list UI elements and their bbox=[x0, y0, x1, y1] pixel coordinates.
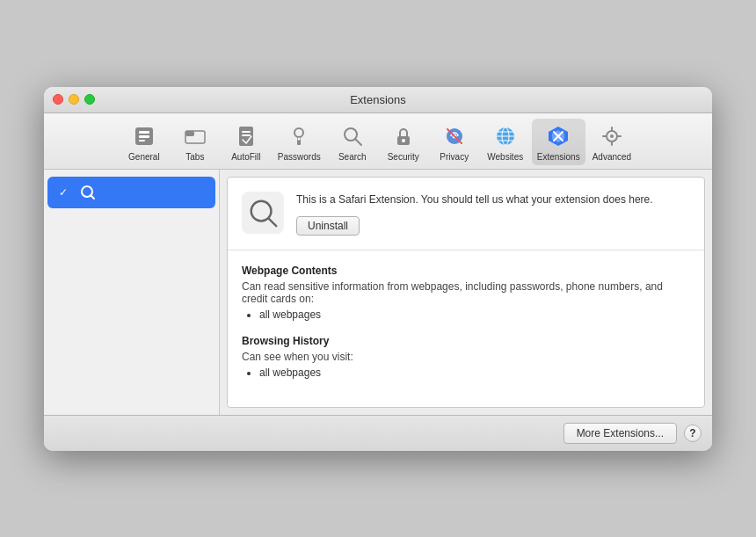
toolbar-item-passwords[interactable]: Passwords bbox=[273, 119, 326, 165]
toolbar-item-websites[interactable]: Websites bbox=[481, 119, 530, 165]
extensions-label: Extensions bbox=[537, 152, 580, 162]
svg-rect-2 bbox=[139, 135, 149, 138]
toolbar-item-extensions[interactable]: Extensions bbox=[532, 119, 585, 165]
toolbar-item-security[interactable]: Security bbox=[379, 119, 428, 165]
webpage-contents-item-1: all webpages bbox=[259, 308, 690, 321]
traffic-lights bbox=[53, 94, 95, 105]
privacy-label: Privacy bbox=[440, 152, 469, 162]
general-label: General bbox=[128, 152, 160, 162]
toolbar-item-tabs[interactable]: Tabs bbox=[171, 119, 220, 165]
security-icon bbox=[389, 122, 418, 150]
svg-rect-8 bbox=[242, 134, 251, 136]
main-content: ✓ bbox=[44, 170, 712, 415]
uninstall-button[interactable]: Uninstall bbox=[296, 216, 360, 236]
extension-header: This is a Safari Extension. You should t… bbox=[228, 178, 704, 250]
webpage-contents-list: all webpages bbox=[259, 308, 690, 321]
permissions-section: Webpage Contents Can read sensitive info… bbox=[228, 250, 704, 407]
svg-point-11 bbox=[298, 137, 301, 140]
toolbar-item-autofill[interactable]: AutoFill bbox=[222, 119, 271, 165]
browsing-history-title: Browsing History bbox=[242, 335, 690, 347]
maximize-button[interactable] bbox=[84, 94, 95, 105]
tabs-icon bbox=[181, 122, 209, 150]
detail-panel: This is a Safari Extension. You should t… bbox=[227, 177, 705, 408]
svg-rect-7 bbox=[242, 131, 251, 133]
enabled-checkmark[interactable]: ✓ bbox=[56, 185, 70, 200]
permission-group-browsing-history: Browsing History Can see when you visit:… bbox=[242, 335, 690, 379]
svg-point-29 bbox=[610, 134, 614, 138]
websites-icon bbox=[491, 122, 520, 150]
sidebar-item-search-ext[interactable]: ✓ bbox=[47, 177, 215, 208]
extensions-icon bbox=[544, 122, 572, 150]
titlebar: Extensions bbox=[44, 87, 712, 113]
extension-info: This is a Safari Extension. You should t… bbox=[296, 192, 690, 236]
privacy-icon bbox=[440, 122, 469, 150]
sidebar: ✓ bbox=[44, 170, 220, 415]
general-icon bbox=[130, 122, 158, 150]
websites-label: Websites bbox=[487, 152, 523, 162]
footer: More Extensions... ? bbox=[44, 415, 712, 451]
search-toolbar-icon bbox=[338, 122, 367, 150]
autofill-label: AutoFill bbox=[231, 152, 260, 162]
svg-rect-3 bbox=[139, 140, 145, 142]
toolbar-item-search[interactable]: Search bbox=[328, 119, 377, 165]
svg-rect-1 bbox=[139, 131, 149, 134]
toolbar-item-advanced[interactable]: Advanced bbox=[587, 119, 636, 165]
search-label: Search bbox=[338, 152, 367, 162]
extension-big-icon bbox=[242, 192, 284, 234]
svg-line-35 bbox=[91, 195, 94, 199]
window-title: Extensions bbox=[350, 93, 406, 106]
browsing-history-item-1: all webpages bbox=[259, 366, 690, 379]
passwords-icon bbox=[285, 122, 313, 150]
advanced-label: Advanced bbox=[592, 152, 631, 162]
svg-line-37 bbox=[269, 218, 277, 226]
permission-group-webpage-contents: Webpage Contents Can read sensitive info… bbox=[242, 265, 690, 321]
toolbar: General Tabs AutoFill bbox=[44, 113, 712, 170]
webpage-contents-desc: Can read sensitive information from webp… bbox=[242, 280, 690, 305]
sidebar-ext-icon bbox=[77, 182, 98, 203]
security-label: Security bbox=[388, 152, 419, 162]
help-button[interactable]: ? bbox=[684, 425, 701, 442]
browsing-history-list: all webpages bbox=[259, 366, 690, 379]
toolbar-item-general[interactable]: General bbox=[120, 119, 169, 165]
extension-description: This is a Safari Extension. You should t… bbox=[296, 192, 690, 207]
svg-point-9 bbox=[294, 128, 303, 137]
advanced-icon bbox=[598, 122, 626, 150]
close-button[interactable] bbox=[53, 94, 63, 105]
svg-line-13 bbox=[355, 139, 361, 145]
svg-rect-4 bbox=[185, 131, 194, 136]
more-extensions-button[interactable]: More Extensions... bbox=[563, 423, 677, 444]
toolbar-item-privacy[interactable]: Privacy bbox=[430, 119, 479, 165]
minimize-button[interactable] bbox=[69, 94, 79, 105]
webpage-contents-title: Webpage Contents bbox=[242, 265, 690, 277]
tabs-label: Tabs bbox=[185, 152, 204, 162]
autofill-icon bbox=[232, 122, 260, 150]
svg-point-15 bbox=[402, 139, 405, 142]
passwords-label: Passwords bbox=[278, 152, 321, 162]
browsing-history-desc: Can see when you visit: bbox=[242, 351, 690, 363]
